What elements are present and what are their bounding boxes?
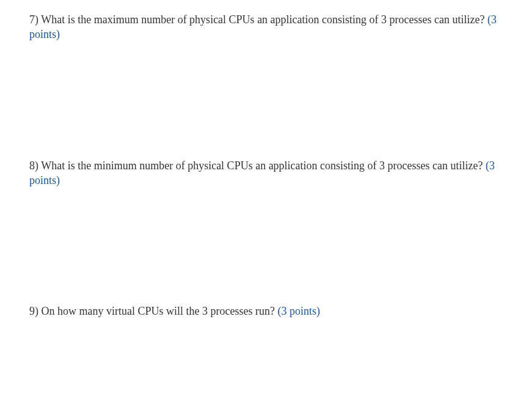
question-number: 9) [29, 305, 38, 317]
question-9: 9) On how many virtual CPUs will the 3 p… [29, 304, 508, 318]
question-text: What is the maximum number of physical C… [38, 13, 487, 26]
question-points: (3 points) [277, 305, 320, 317]
question-7: 7) What is the maximum number of physica… [29, 12, 508, 42]
question-text: On how many virtual CPUs will the 3 proc… [38, 305, 277, 317]
question-8: 8) What is the minimum number of physica… [29, 158, 508, 188]
question-number: 7) [29, 13, 38, 26]
question-text: What is the minimum number of physical C… [38, 160, 486, 172]
question-number: 8) [29, 160, 38, 172]
